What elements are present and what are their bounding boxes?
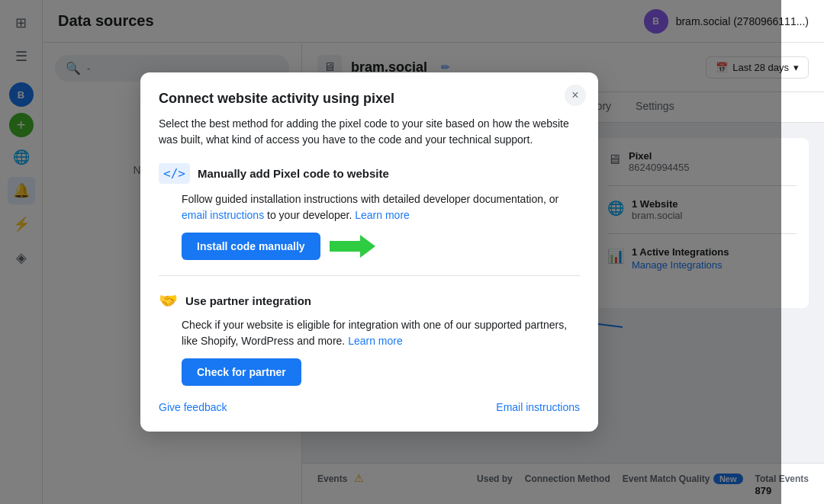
partner-integration-title: Use partner integration [185, 294, 311, 307]
svg-marker-0 [330, 235, 375, 258]
chevron-down-icon: ▾ [793, 62, 799, 73]
arrow-indicator [330, 235, 375, 258]
install-code-manually-button[interactable]: Install code manually [182, 233, 320, 260]
partner-integration-section: 🤝 Use partner integration Check if your … [159, 291, 580, 386]
manual-install-desc: Follow guided installation instructions … [159, 191, 580, 223]
check-for-partner-button[interactable]: Check for partner [182, 358, 301, 386]
code-icon: </> [159, 163, 190, 184]
modal-title: Connect website activity using pixel [159, 91, 580, 107]
manual-install-action: Install code manually [159, 233, 580, 260]
section-divider [159, 275, 580, 276]
manual-install-title: Manually add Pixel code to website [198, 167, 389, 180]
modal-overlay: Connect website activity using pixel × S… [0, 0, 781, 504]
learn-more-link-1[interactable]: Learn more [355, 209, 410, 221]
modal-description: Select the best method for adding the pi… [159, 116, 580, 148]
manual-install-header: </> Manually add Pixel code to website [159, 163, 580, 184]
email-instructions-footer-button[interactable]: Email instructions [496, 401, 580, 413]
modal: Connect website activity using pixel × S… [140, 72, 598, 432]
manual-install-section: </> Manually add Pixel code to website F… [159, 163, 580, 260]
partner-integration-desc: Check if your website is eligible for in… [159, 317, 580, 349]
modal-close-button[interactable]: × [565, 85, 586, 106]
handshake-icon: 🤝 [159, 291, 178, 310]
learn-more-link-2[interactable]: Learn more [348, 335, 403, 347]
partner-integration-header: 🤝 Use partner integration [159, 291, 580, 310]
give-feedback-button[interactable]: Give feedback [159, 401, 227, 413]
modal-footer: Give feedback Email instructions [159, 401, 580, 413]
email-instructions-link[interactable]: email instructions [182, 209, 264, 221]
